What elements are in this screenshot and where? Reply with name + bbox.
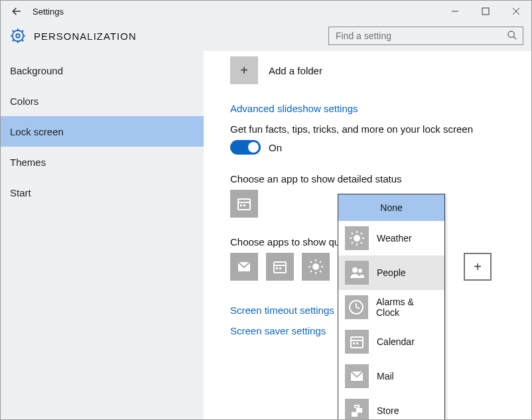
minimize-icon [451,7,459,15]
svg-rect-26 [482,8,489,15]
svg-line-35 [13,31,15,33]
store-icon [345,399,369,420]
sun-icon [345,226,369,250]
app-option-store[interactable]: Store [338,393,444,420]
titlebar: Settings [1,1,531,22]
gear-icon [9,29,27,43]
app-option-none[interactable]: None [338,194,444,221]
sidebar-item-background[interactable]: Background [1,55,204,86]
add-folder-label: Add a folder [269,65,322,76]
sidebar-item-colors[interactable]: Colors [1,86,204,116]
app-option-weather[interactable]: Weather [338,221,444,255]
sun-icon [308,259,324,275]
arrow-left-icon [11,5,23,17]
back-button[interactable] [1,1,33,22]
sidebar-item-label: Colors [10,96,38,107]
quick-slot-calendar[interactable] [266,253,294,281]
sidebar-item-lock-screen[interactable]: Lock screen [1,116,204,147]
sidebar-item-label: Themes [10,157,46,168]
svg-line-37 [13,40,15,42]
search-input[interactable] [334,30,507,42]
mail-icon [345,364,369,388]
app-option-label: Weather [377,233,412,244]
app-option-alarms[interactable]: Alarms & Clock [338,290,444,324]
app-option-label: Alarms & Clock [376,297,438,318]
fun-facts-toggle[interactable] [230,140,261,155]
app-option-mail[interactable]: Mail [338,359,444,393]
app-picker-popup: None Weather People Alarms & Clock Calen… [338,194,445,420]
people-icon [345,261,369,285]
calendar-icon [272,259,288,275]
app-option-calendar[interactable]: Calendar [338,324,444,359]
quick-slot-mail[interactable] [230,253,258,281]
sidebar: Background Colors Lock screen Themes Sta… [1,51,204,420]
calendar-icon [345,330,369,354]
calendar-icon [236,196,252,212]
maximize-button[interactable] [470,1,501,22]
plus-icon: + [240,63,248,78]
search-icon [507,30,517,42]
advanced-slideshow-link[interactable]: Advanced slideshow settings [230,103,531,114]
close-icon [512,7,520,15]
add-folder-button[interactable]: + [230,56,258,84]
sidebar-item-label: Lock screen [10,126,64,137]
mail-icon [236,259,252,275]
window-title: Settings [33,7,64,17]
sidebar-item-start[interactable]: Start [1,177,204,208]
maximize-icon [482,7,490,15]
fun-facts-label: Get fun facts, tips, tricks, and more on… [230,123,531,135]
minimize-button[interactable] [440,1,470,22]
close-button[interactable] [501,1,531,22]
app-option-label: Mail [377,371,394,382]
sidebar-item-themes[interactable]: Themes [1,147,204,177]
clock-icon [345,295,368,319]
sidebar-item-label: Start [10,187,31,198]
sidebar-item-label: Background [10,65,63,76]
page-heading: PERSONALIZATION [34,31,137,42]
search-box[interactable] [328,27,523,45]
quick-slot-weather[interactable] [302,253,330,281]
app-option-label: None [380,202,402,213]
svg-line-36 [22,40,24,42]
app-option-label: People [377,267,406,278]
quick-slot-add[interactable]: + [464,253,492,281]
toggle-state-label: On [269,142,282,153]
app-option-label: Calendar [377,336,415,347]
svg-point-30 [16,34,20,38]
app-option-label: Store [377,405,399,416]
svg-point-39 [508,31,514,37]
detailed-status-label: Choose an app to show detailed status [230,173,531,184]
svg-line-38 [22,31,24,33]
detailed-status-slot[interactable] [230,190,258,218]
toggle-knob [248,142,259,153]
plus-icon: + [474,259,482,275]
svg-line-40 [513,36,516,39]
app-option-people[interactable]: People [338,255,444,290]
header: PERSONALIZATION [1,22,531,51]
